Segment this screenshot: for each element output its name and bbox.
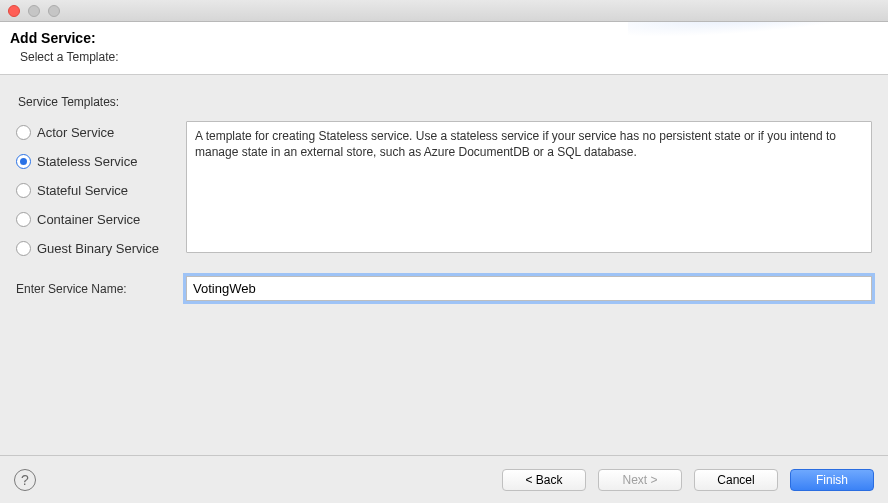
dialog-footer: ? < Back Next > Cancel Finish (0, 455, 888, 503)
minimize-icon (28, 5, 40, 17)
finish-button[interactable]: Finish (790, 469, 874, 491)
service-name-label: Enter Service Name: (16, 282, 174, 296)
template-option-stateful[interactable]: Stateful Service (16, 183, 176, 198)
dialog-content: Service Templates: Actor Service Statele… (0, 75, 888, 315)
dialog-title: Add Service: (10, 30, 878, 46)
template-radio-list: Actor Service Stateless Service Stateful… (16, 121, 176, 256)
template-description: A template for creating Stateless servic… (186, 121, 872, 253)
service-name-row: Enter Service Name: (14, 276, 874, 301)
close-icon[interactable] (8, 5, 20, 17)
template-option-guest[interactable]: Guest Binary Service (16, 241, 176, 256)
radio-stateless[interactable] (16, 154, 31, 169)
radio-actor[interactable] (16, 125, 31, 140)
template-option-stateless[interactable]: Stateless Service (16, 154, 176, 169)
cancel-button[interactable]: Cancel (694, 469, 778, 491)
back-button[interactable]: < Back (502, 469, 586, 491)
templates-label: Service Templates: (14, 95, 874, 121)
template-option-actor[interactable]: Actor Service (16, 125, 176, 140)
radio-stateful[interactable] (16, 183, 31, 198)
maximize-icon (48, 5, 60, 17)
radio-container[interactable] (16, 212, 31, 227)
service-name-input[interactable] (186, 276, 872, 301)
footer-buttons: < Back Next > Cancel Finish (502, 469, 874, 491)
next-button: Next > (598, 469, 682, 491)
help-icon[interactable]: ? (14, 469, 36, 491)
radio-guest-label: Guest Binary Service (37, 241, 159, 256)
template-option-container[interactable]: Container Service (16, 212, 176, 227)
templates-row: Actor Service Stateless Service Stateful… (14, 121, 874, 276)
radio-guest[interactable] (16, 241, 31, 256)
radio-stateful-label: Stateful Service (37, 183, 128, 198)
window-titlebar (0, 0, 888, 22)
templates-panel: Service Templates: Actor Service Statele… (14, 89, 874, 301)
dialog-header: Add Service: Select a Template: (0, 22, 888, 75)
radio-stateless-label: Stateless Service (37, 154, 137, 169)
dialog-subtitle: Select a Template: (10, 50, 878, 64)
radio-container-label: Container Service (37, 212, 140, 227)
radio-actor-label: Actor Service (37, 125, 114, 140)
